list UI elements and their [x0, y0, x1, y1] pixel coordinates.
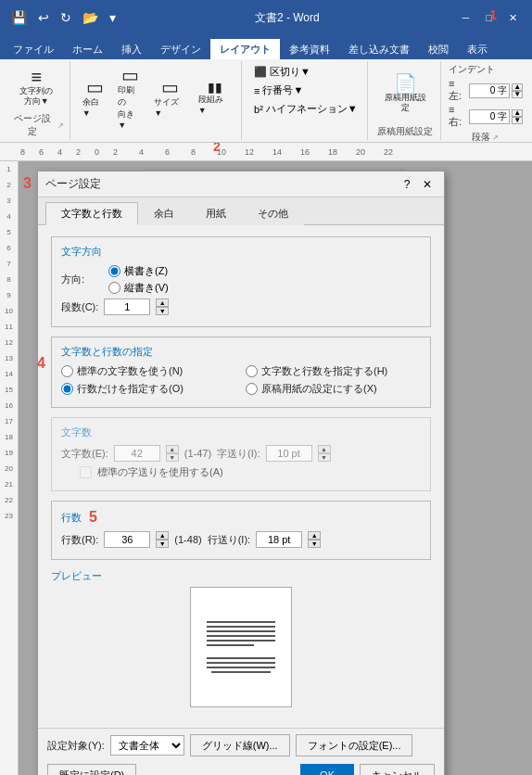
orientation-btn[interactable]: ▭ 印刷の向き▼ — [113, 63, 147, 133]
text-direction-title: 文字方向 — [61, 245, 421, 259]
tab-design[interactable]: デザイン — [151, 39, 210, 59]
dialog-tab-chars[interactable]: 文字数と行数 — [45, 202, 138, 225]
ruler-mark-3: 2 — [76, 147, 81, 157]
use-default-spacing-checkbox[interactable] — [80, 466, 92, 478]
left-ruler-6: 6 — [6, 244, 10, 252]
left-ruler-5: 5 — [6, 228, 10, 236]
page-setup-expand-icon[interactable]: ↗ — [57, 121, 64, 130]
line-count-spin-up[interactable]: ▲ — [156, 531, 169, 540]
columns-input[interactable] — [104, 299, 150, 315]
apply-to-select[interactable]: 文書全体 — [110, 735, 184, 756]
genko-setting-radio[interactable] — [246, 383, 258, 395]
line-spacing-spin-down[interactable]: ▼ — [308, 540, 321, 548]
columns-spin-down[interactable]: ▼ — [156, 307, 169, 315]
dialog-tab-paper[interactable]: 用紙 — [190, 202, 242, 225]
line-numbers-btn[interactable]: ≡ 行番号▼ — [249, 82, 362, 99]
cancel-btn[interactable]: キャンセル — [360, 764, 435, 775]
preview-line-6 — [207, 644, 254, 646]
draft-btn[interactable]: 📄 原稿用紙設定 — [375, 71, 435, 116]
char-count-input[interactable] — [114, 445, 160, 462]
customize-icon[interactable]: ▾ — [106, 8, 120, 27]
grid-lines-btn[interactable]: グリッド線(W)... — [190, 734, 290, 756]
indent-left-input[interactable] — [469, 83, 510, 98]
tab-mailings[interactable]: 差し込み文書 — [339, 39, 419, 59]
indent-left-spin[interactable]: ▲ ▼ — [512, 83, 523, 98]
font-settings-btn[interactable]: フォントの設定(E)... — [296, 734, 413, 756]
ruler-mark-16r: 16 — [300, 147, 310, 157]
ok-btn[interactable]: OK — [300, 764, 354, 775]
indent-left-down[interactable]: ▼ — [512, 91, 523, 98]
horizontal-label: 横書き(Z) — [124, 264, 168, 278]
use-default-chars-label: 標準の文字数を使う(N) — [77, 364, 183, 378]
indent-right-down[interactable]: ▼ — [512, 117, 523, 124]
line-count-spin-down[interactable]: ▼ — [156, 540, 169, 548]
lines-only-radio[interactable] — [61, 383, 73, 395]
dialog-help-btn[interactable]: ? — [398, 175, 416, 194]
ruler-mark-22r: 22 — [384, 147, 393, 157]
left-ruler-3: 3 — [6, 197, 10, 205]
dialog-title-buttons[interactable]: ? ✕ — [398, 175, 437, 194]
columns-icon: ▮▮ — [208, 81, 222, 94]
size-icon: ▭ — [161, 78, 179, 96]
left-ruler-10: 10 — [5, 307, 13, 315]
line-spacing-spin[interactable]: ▲ ▼ — [308, 531, 321, 548]
left-ruler-2: 2 — [6, 181, 10, 189]
ruler-mark-left: 8 — [20, 147, 25, 157]
save-icon[interactable]: 💾 — [7, 8, 31, 27]
preview-label: プレビュー — [51, 569, 431, 583]
indent-right-input[interactable] — [469, 109, 510, 124]
preview-line-4 — [207, 635, 275, 637]
breaks-btn[interactable]: ⬛ 区切り▼ — [249, 63, 362, 81]
char-spacing-spin: ▲ ▼ — [318, 445, 331, 462]
minimize-btn[interactable]: ─ — [455, 10, 477, 26]
columns-btn[interactable]: ▮▮ 段組み▼ — [194, 78, 236, 118]
char-spacing-input[interactable] — [266, 445, 312, 462]
redo-icon[interactable]: ↻ — [57, 8, 75, 27]
tab-view[interactable]: 表示 — [458, 39, 497, 59]
line-spacing-input[interactable] — [256, 531, 302, 548]
tab-references[interactable]: 参考資料 — [280, 39, 339, 59]
use-default-chars-radio[interactable] — [61, 365, 73, 377]
left-ruler-16: 16 — [5, 401, 13, 410]
line-count-spin[interactable]: ▲ ▼ — [156, 531, 169, 548]
paragraph-expand-icon[interactable]: ↗ — [492, 133, 499, 142]
tab-review[interactable]: 校閲 — [419, 39, 458, 59]
step-4-label: 4 — [37, 355, 45, 372]
hyphenation-btn[interactable]: b² ハイフネーション▼ — [249, 100, 362, 118]
tab-layout[interactable]: レイアウト — [210, 39, 280, 59]
step-1-label: 1 — [489, 7, 497, 22]
line-spacing-spin-up[interactable]: ▲ — [308, 531, 321, 540]
document-title: 文書2 - Word — [120, 10, 455, 26]
dialog-tab-margin[interactable]: 余白 — [138, 202, 190, 225]
dialog-close-btn[interactable]: ✕ — [418, 175, 437, 194]
text-direction-btn[interactable]: ≡ 文字列の方向▼ — [15, 65, 57, 109]
columns-spin[interactable]: ▲ ▼ — [156, 299, 169, 315]
open-icon[interactable]: 📂 — [79, 8, 102, 27]
draft-label: 原稿用紙設定 — [380, 93, 430, 113]
line-count-input[interactable] — [104, 531, 150, 548]
specify-chars-lines-radio[interactable] — [246, 365, 258, 377]
left-ruler-14: 14 — [5, 370, 13, 378]
lines-only-row: 行数だけを指定する(O) — [61, 382, 236, 396]
tab-home[interactable]: ホーム — [63, 39, 112, 59]
quick-access-toolbar[interactable]: 💾 ↩ ↻ 📂 ▾ — [7, 8, 120, 27]
set-default-btn[interactable]: 既定に設定(D) — [47, 764, 136, 775]
page-setup-group-label: ページ設定 ↗ — [9, 112, 64, 138]
columns-spin-up[interactable]: ▲ — [156, 299, 169, 307]
tab-insert[interactable]: 挿入 — [112, 39, 151, 59]
vertical-radio[interactable] — [108, 282, 120, 294]
dialog-tab-other[interactable]: その他 — [242, 202, 304, 225]
char-line-options-grid: 標準の文字数を使う(N) 文字数と行数を指定する(H) — [61, 364, 421, 396]
ribbon-group-breaks: ⬛ 区切り▼ ≡ 行番号▼ b² ハイフネーション▼ — [244, 61, 368, 140]
undo-icon[interactable]: ↩ — [34, 8, 53, 27]
char-count-row: 文字数(E): ▲ ▼ (1-47) 字送り(I): ▲ ▼ — [61, 445, 421, 462]
size-btn[interactable]: ▭ サイズ▼ — [149, 75, 192, 121]
close-btn[interactable]: ✕ — [501, 10, 525, 26]
line-numbers-icon: ≡ — [254, 85, 260, 96]
draft-icon: 📄 — [394, 74, 417, 93]
indent-right-spin[interactable]: ▲ ▼ — [512, 109, 523, 124]
left-ruler-12: 12 — [5, 338, 13, 347]
horizontal-radio[interactable] — [108, 265, 120, 277]
margin-btn[interactable]: ▭ 余白▼ — [78, 75, 112, 121]
tab-file[interactable]: ファイル — [4, 39, 63, 59]
